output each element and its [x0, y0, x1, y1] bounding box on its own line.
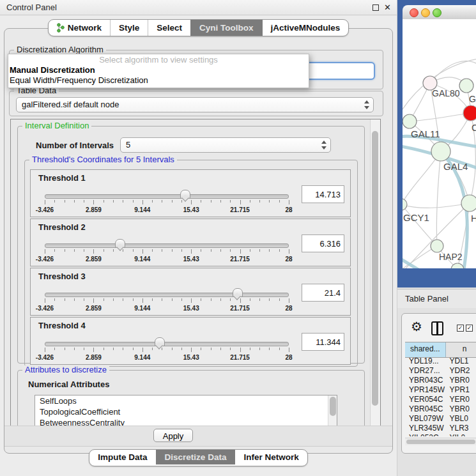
tab-impute-data[interactable]: Impute Data: [89, 450, 155, 464]
label-g-partial: GA: [469, 94, 476, 104]
table-cell: YBR0: [447, 404, 476, 414]
slider-track[interactable]: [45, 342, 289, 346]
table-cell: YDL1: [447, 357, 476, 366]
slider-scale-labels: -3.4262.8599.14415.4321.71528: [45, 354, 289, 361]
threshold-3-value-field[interactable]: [302, 284, 344, 302]
window-zoom-button[interactable]: [433, 8, 441, 17]
table-cell: YBL0: [447, 414, 476, 424]
slider-track[interactable]: [45, 293, 289, 297]
dropdown-option-manual[interactable]: Manual Discretization: [8, 65, 309, 75]
tab-style[interactable]: Style: [110, 20, 148, 36]
slider-thumb[interactable]: [115, 239, 125, 248]
slider-scale-labels: -3.4262.8599.14415.4321.71528: [45, 305, 289, 312]
slider-track[interactable]: [45, 243, 289, 248]
settings-scroll-thumb[interactable]: [372, 131, 378, 406]
control-panel: Control Panel ✕ Network Style Select Cyn…: [0, 0, 397, 476]
table-row[interactable]: YIL052CYIL0: [405, 433, 476, 436]
slider-ticks: [45, 200, 289, 205]
split-columns-icon[interactable]: [431, 321, 443, 335]
table-cell: YIL0: [447, 433, 476, 436]
table-row[interactable]: YDL19...YDL1: [405, 357, 476, 366]
label-gal11: GAL11: [411, 128, 440, 139]
table-cell: YER0: [447, 395, 476, 404]
node-selected-red[interactable]: [463, 105, 476, 121]
threshold-4-value-field[interactable]: [302, 333, 344, 351]
label-gal80: GAL80: [432, 88, 460, 98]
thresholds-group-title: Threshold's Coordinates for 5 Intervals: [29, 155, 177, 164]
node-gcy1[interactable]: [403, 199, 407, 210]
tab-infer-network[interactable]: Infer Network: [234, 450, 307, 464]
node-h[interactable]: [461, 195, 476, 211]
column-header-name[interactable]: n: [446, 342, 476, 357]
table-hscroll-thumb[interactable]: [406, 440, 475, 444]
attributes-scrollbar[interactable]: [328, 395, 337, 428]
num-intervals-combobox[interactable]: 5: [120, 137, 331, 153]
button-strip: [4, 426, 392, 447]
table-panel-title: Table Panel: [405, 289, 449, 309]
slider-scale-labels: -3.4262.8599.14415.4321.71528: [45, 256, 289, 263]
threshold-2-value-field[interactable]: [302, 234, 344, 252]
float-window-icon[interactable]: [372, 4, 379, 11]
node-top-right[interactable]: [459, 79, 473, 93]
tab-select[interactable]: Select: [148, 20, 190, 36]
slider-ticks: [45, 348, 289, 353]
window-close-button[interactable]: [410, 8, 418, 17]
threshold-3-label: Threshold 3: [38, 272, 86, 281]
tab-discretize-data[interactable]: Discretize Data: [156, 450, 235, 464]
table-row[interactable]: YBL079WYBL0: [405, 414, 476, 424]
threshold-1-value-field[interactable]: [302, 185, 344, 203]
slider-thumb[interactable]: [233, 288, 243, 297]
top-tabbar: Network Style Select Cyni Toolbox jActiv…: [0, 19, 397, 36]
attributes-scroll-thumb[interactable]: [330, 397, 336, 416]
tab-network[interactable]: Network: [49, 20, 110, 36]
apply-button[interactable]: Apply: [153, 429, 193, 442]
network-canvas[interactable]: GAL80 GA C GAL11 GAL4 GCY1 H HAP2: [403, 19, 476, 268]
tab-jactivemodules[interactable]: jActiveMNodules: [262, 20, 349, 36]
threshold-2-slider[interactable]: -3.4262.8599.14415.4321.71528: [45, 238, 289, 264]
table-row[interactable]: YPR145WYPR1: [405, 385, 476, 395]
table-cell: YDR27...: [405, 366, 447, 376]
threshold-1-slider[interactable]: -3.4262.8599.14415.4321.71528: [45, 189, 289, 215]
node-hap2[interactable]: [431, 240, 443, 252]
table-hscrollbar[interactable]: [405, 438, 476, 445]
threshold-3-slider[interactable]: -3.4262.8599.14415.4321.71528: [45, 288, 289, 313]
slider-thumb[interactable]: [155, 337, 165, 346]
cyni-mode-tabs: Impute Data Discretize Data Infer Networ…: [89, 449, 307, 466]
node-gal4[interactable]: [431, 142, 450, 161]
num-intervals-value: 5: [126, 140, 130, 150]
close-icon[interactable]: ✕: [384, 2, 391, 13]
table-rows: YDL19...YDL1YDR27...YDR2YBR043CYBR0YPR14…: [405, 357, 476, 436]
threshold-4-slider[interactable]: -3.4262.8599.14415.4321.71528: [45, 337, 289, 362]
table-row[interactable]: YDR27...YDR2: [405, 366, 476, 376]
select-columns-icon[interactable]: ✓ ✓: [457, 325, 473, 332]
table-row[interactable]: YLR345WYLR3: [405, 424, 476, 433]
table-data-group: Table Data galFiltered.sif default node: [9, 91, 383, 116]
table-row[interactable]: YER054CYER0: [405, 395, 476, 404]
slider-thumb[interactable]: [180, 190, 190, 199]
table-row[interactable]: YBR045CYBR0: [405, 404, 476, 414]
thresholds-group: Threshold's Coordinates for 5 Intervals …: [24, 160, 358, 367]
network-graph: GAL80 GA C GAL11 GAL4 GCY1 H HAP2: [403, 19, 476, 268]
settings-scrollpane: Interval Definition Number of Intervals …: [10, 119, 381, 428]
settings-scrollbar[interactable]: [370, 119, 380, 427]
label-h-partial: H: [471, 213, 476, 224]
attribute-item[interactable]: TopologicalCoefficient: [35, 406, 337, 417]
slider-ticks: [45, 249, 289, 254]
column-header-shared-name[interactable]: shared...: [405, 342, 446, 357]
attribute-item[interactable]: SelfLoops: [35, 395, 337, 406]
table-row[interactable]: YBR043CYBR0: [405, 376, 476, 385]
dropdown-option-equal-width[interactable]: Equal Width/Frequency Discretization: [8, 75, 309, 86]
numerical-attributes-listbox: SelfLoopsTopologicalCoefficientBetweenne…: [35, 395, 337, 428]
node-bottom-partial[interactable]: [451, 263, 464, 268]
node-gal11[interactable]: [403, 114, 417, 128]
slider-track[interactable]: [45, 194, 289, 199]
table-panel-header: Table Panel: [397, 289, 476, 309]
slider-ticks: [45, 298, 289, 303]
dropdown-placeholder: Select algorithm to view settings: [8, 54, 309, 65]
window-minimize-button[interactable]: [421, 8, 430, 17]
table-cell: YIL052C: [405, 433, 447, 436]
network-window-titlebar: [403, 5, 476, 20]
gear-icon[interactable]: ⚙: [411, 319, 422, 334]
tab-cyni-toolbox[interactable]: Cyni Toolbox: [190, 20, 262, 36]
table-data-combobox[interactable]: galFiltered.sif default node: [16, 97, 374, 112]
